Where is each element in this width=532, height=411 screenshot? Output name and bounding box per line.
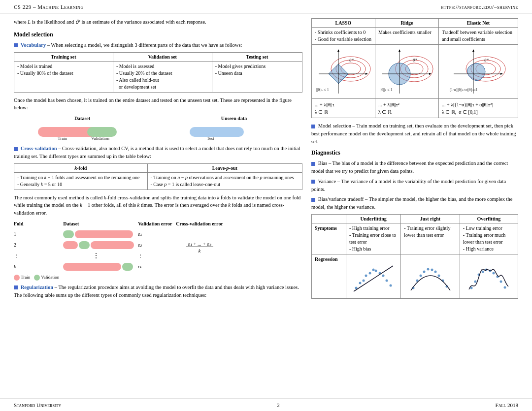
svg-point-30 — [359, 282, 362, 284]
bias-keyword: Bias — [318, 160, 328, 166]
header: CS 229 – Machine Learning https://stanfo… — [0, 0, 532, 13]
val-error-header: Validation error — [138, 221, 172, 226]
svg-point-44 — [423, 270, 425, 273]
ridge-formula: ... + λ||θ||₂²λ ∈ ℝ — [375, 99, 439, 118]
blue-square-ms-icon — [311, 125, 315, 128]
fold-1-label: 1 — [14, 229, 59, 239]
cv-col-leave: Leave-p-out — [147, 163, 302, 172]
unseen-half: Unseen data Test — [166, 116, 302, 141]
underfit-graph — [346, 254, 401, 298]
svg-point-43 — [419, 274, 422, 277]
dataset-table: Training set Validation set Testing set … — [14, 52, 302, 93]
unseen-label: Unseen data — [166, 116, 302, 121]
underfit-svg — [351, 256, 396, 295]
cv-col-kfold: k-fold — [14, 163, 148, 172]
elastic-svg: θ* (1-α)||θ||₁+α||θ||₂≤1 — [449, 47, 508, 96]
lasso-header: LASSO — [312, 19, 375, 28]
blue-square-bias-icon — [311, 162, 315, 166]
underfit-symptoms: - High training error- Training error cl… — [346, 223, 401, 254]
fold-1-error: ε₁ — [138, 229, 172, 239]
svg-text:θ*: θ* — [484, 58, 489, 63]
fold-1-bar — [63, 229, 134, 239]
train-label: Train — [58, 136, 67, 141]
bias-para: Bias – The bias of a model is the differ… — [311, 159, 518, 175]
train-val-bar: Train Validation — [38, 123, 127, 141]
lasso-diagram-cell: θ* ||θ||₁ ≤ 1 — [312, 45, 375, 99]
footer-center: 2 — [277, 402, 280, 408]
cv-error-formula: ε₁ + ... + εₖ k — [176, 229, 223, 267]
header-right: https://stanford.edu/~shervine — [441, 4, 518, 10]
svg-point-35 — [375, 269, 377, 272]
svg-point-33 — [369, 272, 371, 274]
svg-marker-7 — [366, 73, 368, 75]
left-column: where L is the likelihood and σ̂² is an … — [14, 18, 302, 302]
dataset-diagram: Dataset Train Validation Unseen data Tes… — [14, 116, 302, 141]
bias-var-para: Bias/variance tradeoff – The simpler the… — [311, 195, 518, 211]
val-label: Validation — [91, 136, 109, 141]
ridge-svg: θ* ||θ||₂ ≤ 1 — [377, 47, 436, 96]
leave-p-desc: - Training on n − p observations and ass… — [147, 172, 302, 190]
variance-para: Variance – The variance of a model is th… — [311, 178, 518, 193]
col-testing: Testing set — [212, 52, 302, 61]
ridge-diagram-cell: θ* ||θ||₂ ≤ 1 — [375, 45, 439, 99]
cv-numerator: ε₁ + ... + εₖ — [186, 241, 213, 247]
empty-header — [312, 214, 346, 223]
footer: Stanford University 2 Fall 2018 — [0, 399, 532, 411]
just-right-svg — [408, 256, 453, 295]
overfitting-table: Underfitting Just right Overfitting Symp… — [311, 214, 518, 299]
svg-text:||θ||₂ ≤ 1: ||θ||₂ ≤ 1 — [380, 88, 393, 92]
folds-labels-col: Fold 1 2 ⋮ k Train Validation — [14, 221, 59, 281]
blue-square-var-icon — [311, 180, 315, 184]
fold-k-label: k — [14, 262, 59, 272]
just-right-symptoms: - Training error slightly lower than tes… — [401, 223, 460, 254]
svg-point-45 — [427, 268, 429, 270]
svg-point-32 — [365, 274, 367, 277]
cross-val-keyword: Cross-validation — [21, 146, 57, 151]
lasso-desc: - Shrinks coefficients to 0- Good for va… — [312, 28, 375, 45]
cv-row: - Training on k − 1 folds and assessment… — [14, 172, 302, 190]
fold-1-train — [75, 230, 133, 238]
symptoms-label: Symptoms — [312, 223, 346, 254]
page: CS 229 – Machine Learning https://stanfo… — [0, 0, 532, 411]
blue-square-bv-icon — [311, 198, 315, 202]
elastic-net-header: Elastic Net — [439, 19, 518, 28]
val-legend-dot — [34, 275, 40, 281]
validation-desc: - Model is assessed- Usually 20% of the … — [113, 61, 212, 92]
intro-text: where L is the likelihood and σ̂² is an … — [14, 18, 302, 26]
svg-point-60 — [504, 286, 506, 288]
fold-2-bar — [63, 240, 134, 250]
elastic-formula: ... + λ[(1−α)||θ||₁ + α||θ||₂²]λ ∈ ℝ, α … — [439, 99, 518, 118]
col-training: Training set — [14, 52, 113, 61]
svg-point-54 — [482, 270, 484, 273]
model-sel-para: Model selection – Train model on trainin… — [311, 122, 518, 145]
lasso-table: LASSO Ridge Elastic Net - Shrinks coeffi… — [311, 18, 518, 118]
reg-keyword: Regularization — [21, 285, 54, 290]
regression-row: Regression — [312, 254, 518, 298]
variance-keyword: Variance — [318, 179, 336, 184]
footer-left: Stanford University — [14, 402, 61, 408]
fold-col-header: Fold — [14, 221, 59, 226]
test-label: Test — [207, 136, 214, 141]
cv-error-col: Cross-validation error ε₁ + ... + εₖ k — [176, 221, 223, 267]
vocab-keyword: Vocabulary — [21, 42, 46, 48]
variance-text: – The variance of a model is the variabi… — [311, 179, 506, 192]
svg-point-52 — [474, 280, 477, 283]
cross-val-para: Cross-validation – Cross-validation, als… — [14, 145, 302, 160]
fold-k-error: εₖ — [138, 262, 172, 272]
table-row: - Model is trained- Usually 80% of the d… — [14, 61, 302, 92]
dataset-col-header: Dataset — [63, 221, 134, 226]
svg-point-37 — [382, 274, 385, 277]
fold-2-train1 — [63, 241, 78, 249]
formula-row: ... + λ||θ||₁λ ∈ ℝ ... + λ||θ||₂²λ ∈ ℝ .… — [312, 99, 518, 118]
svg-text:θ*: θ* — [413, 58, 417, 63]
fold-2-val — [79, 241, 90, 249]
ridge-desc: Makes coefficients smaller — [375, 28, 439, 45]
svg-text:θ*: θ* — [349, 58, 354, 63]
test-bar-container: Test — [190, 123, 278, 141]
footer-right: Fall 2018 — [496, 402, 518, 408]
lasso-desc-row: - Shrinks coefficients to 0- Good for va… — [312, 28, 518, 45]
cv-denominator: k — [186, 247, 213, 254]
validation-error-col: Validation error ε₁ ε₂ ⋮ εₖ — [138, 221, 172, 272]
regression-label: Regression — [312, 254, 346, 298]
train-legend-dot — [14, 275, 20, 281]
